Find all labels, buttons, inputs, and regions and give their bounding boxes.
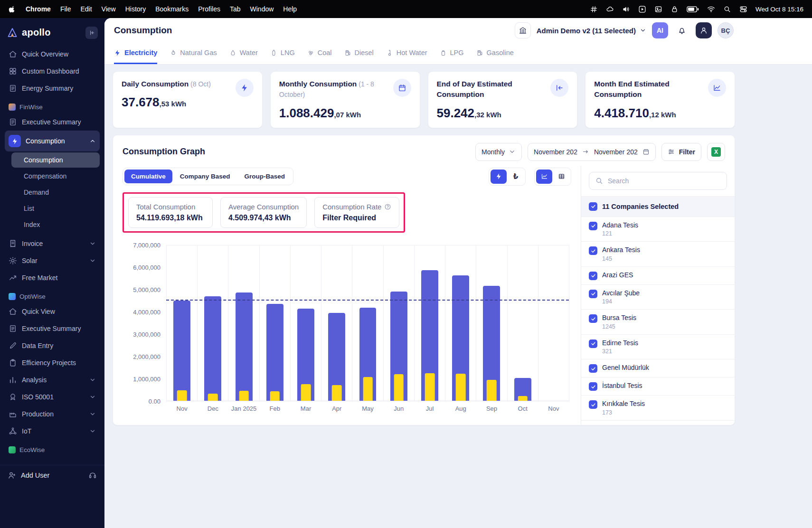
menu-file[interactable]: File (60, 5, 71, 13)
company-row-ankara-tesis[interactable]: Ankara Tesis145 (581, 242, 735, 267)
battery-icon[interactable] (687, 5, 699, 13)
checkbox-checked[interactable] (589, 364, 597, 373)
sidebar-subitem-index[interactable]: Index (11, 217, 100, 232)
stat-value-decimal: ,53 kWh (160, 100, 187, 108)
lock-icon[interactable] (670, 5, 679, 13)
sidebar-item-executive-summary[interactable]: Executive Summary (5, 320, 100, 337)
tab-coal[interactable]: Coal (307, 43, 332, 64)
company-row-k-r-kkale-tesis[interactable]: Kırıkkale Tesis173 (581, 396, 735, 421)
company-count: 194 (602, 298, 640, 305)
select-all-checkbox[interactable] (589, 202, 597, 211)
sidebar-item-data-entry[interactable]: Data Entry (5, 337, 100, 354)
sidebar-item-production[interactable]: Production (5, 405, 100, 423)
sidebar-subitems: ConsumptionCompensationDemandListIndex (5, 151, 100, 235)
sliders-icon (668, 148, 675, 155)
company-row-arazi-ges[interactable]: Arazi GES (581, 267, 735, 285)
sidebar-collapse-button[interactable] (85, 27, 98, 39)
sidebar-item-quick-overview[interactable]: Quick Overview (5, 46, 100, 63)
notifications-button[interactable] (674, 22, 690, 38)
checkbox-checked[interactable] (589, 246, 597, 255)
menu-bookmarks[interactable]: Bookmarks (155, 5, 189, 13)
company-row-adana-tesis[interactable]: Adana Tesis121 (581, 217, 735, 242)
sidebar-item-solar[interactable]: Solar (5, 252, 100, 269)
menubar-clock[interactable]: Wed Oct 8 15:16 (755, 6, 803, 13)
sidebar-item-quick-view[interactable]: Quick View (5, 303, 100, 320)
company-row-i-stanbul-tesis[interactable]: İstanbul Tesis (581, 377, 735, 396)
view-tab-group-based[interactable]: Group-Based (238, 170, 292, 183)
tab-gasoline[interactable]: Gasoline (476, 43, 514, 64)
unit-kwh-toggle[interactable] (491, 170, 507, 184)
unit-currency-toggle[interactable]: ₺ (508, 170, 524, 184)
sidebar-item-executive-summary[interactable]: Executive Summary (5, 113, 100, 131)
control-center-icon[interactable] (739, 5, 747, 13)
menu-profiles[interactable]: Profiles (198, 5, 220, 13)
company-row-bursa-tesis[interactable]: Bursa Tesis1245 (581, 310, 735, 335)
screenshot-icon[interactable] (654, 5, 662, 13)
filter-button[interactable]: Filter (661, 143, 701, 161)
tab-natural-gas[interactable]: Natural Gas (170, 43, 217, 64)
menu-app-name[interactable]: Chrome (26, 5, 51, 13)
company-search-input[interactable] (608, 177, 721, 185)
sidebar-item-invoice[interactable]: Invoice (5, 235, 100, 252)
companies-selected-header[interactable]: 11 Companies Selected (581, 196, 735, 217)
table-view-toggle[interactable] (553, 170, 569, 184)
add-user-button[interactable]: Add User (21, 471, 49, 479)
playback-icon[interactable] (638, 5, 646, 13)
spotlight-icon[interactable] (723, 5, 731, 13)
checkbox-checked[interactable] (589, 290, 597, 298)
tab-electricity[interactable]: Electricity (114, 43, 157, 64)
cloud-app-icon[interactable] (606, 5, 614, 13)
checkbox-checked[interactable] (589, 382, 597, 391)
sidebar-item-efficiency-projects[interactable]: Efficiency Projects (5, 354, 100, 371)
sidebar-subitem-compensation[interactable]: Compensation (11, 169, 100, 184)
menu-view[interactable]: View (102, 5, 116, 13)
company-row-avc-lar-ube[interactable]: Avcılar Şube194 (581, 285, 735, 310)
company-row-genel-m-d-rl-k[interactable]: Genel Müdürlük (581, 359, 735, 377)
menu-help[interactable]: Help (283, 5, 297, 13)
support-button[interactable] (88, 471, 97, 480)
period-select[interactable]: Monthly (475, 143, 522, 161)
account-button[interactable] (696, 22, 712, 38)
sidebar-item-custom-dashboard[interactable]: Custom Dashboard (5, 63, 100, 80)
sidebar-item-consumption[interactable]: Consumption (5, 131, 100, 151)
sidebar-item-iso-50001[interactable]: ISO 50001 (5, 388, 100, 405)
sidebar-subitem-consumption[interactable]: Consumption (11, 152, 100, 168)
tab-lng[interactable]: LNG (270, 43, 295, 64)
checkbox-checked[interactable] (589, 222, 597, 230)
tab-diesel[interactable]: Diesel (344, 43, 374, 64)
sidebar-item-analysis[interactable]: Analysis (5, 371, 100, 388)
checkbox-checked[interactable] (589, 314, 597, 323)
date-range-picker[interactable]: November 202 November 202 (528, 143, 656, 161)
checkbox-checked[interactable] (589, 400, 597, 409)
ai-assistant-button[interactable]: AI (652, 22, 668, 38)
checkbox-checked[interactable] (589, 272, 597, 280)
company-row-manisa-tesis[interactable]: Manisa Tesis461 (581, 421, 735, 425)
menu-edit[interactable]: Edit (80, 5, 92, 13)
sidebar-subitem-list[interactable]: List (11, 201, 100, 216)
sidebar-section-label: EcoWise (19, 446, 45, 453)
company-search[interactable] (589, 172, 727, 190)
apple-menu-icon[interactable] (9, 5, 16, 13)
menu-window[interactable]: Window (250, 5, 274, 13)
sidebar-subitem-demand[interactable]: Demand (11, 185, 100, 200)
sidebar-item-energy-summary[interactable]: Energy Summary (5, 80, 100, 97)
figma-icon[interactable] (590, 5, 598, 13)
user-avatar[interactable]: BÇ (718, 22, 734, 38)
company-selector-icon-button[interactable] (515, 22, 531, 38)
sidebar-item-iot[interactable]: IoT (5, 423, 100, 440)
chart-view-toggle[interactable] (536, 170, 552, 184)
wifi-icon[interactable] (707, 5, 715, 13)
company-selector-dropdown[interactable]: Admin Demo v2 (11 Selected) (537, 27, 646, 35)
menu-history[interactable]: History (125, 5, 146, 13)
tab-lpg[interactable]: LPG (440, 43, 464, 64)
export-excel-button[interactable]: X (707, 143, 725, 161)
view-tab-company-based[interactable]: Company Based (173, 170, 237, 183)
volume-icon[interactable] (622, 5, 630, 13)
company-row-edirne-tesis[interactable]: Edirne Tesis321 (581, 335, 735, 360)
view-tab-cumulative[interactable]: Cumulative (124, 170, 172, 183)
tab-water[interactable]: Water (229, 43, 258, 64)
tab-hot-water[interactable]: Hot Water (386, 43, 427, 64)
sidebar-item-free-market[interactable]: Free Market (5, 269, 100, 286)
checkbox-checked[interactable] (589, 339, 597, 348)
menu-tab[interactable]: Tab (230, 5, 241, 13)
